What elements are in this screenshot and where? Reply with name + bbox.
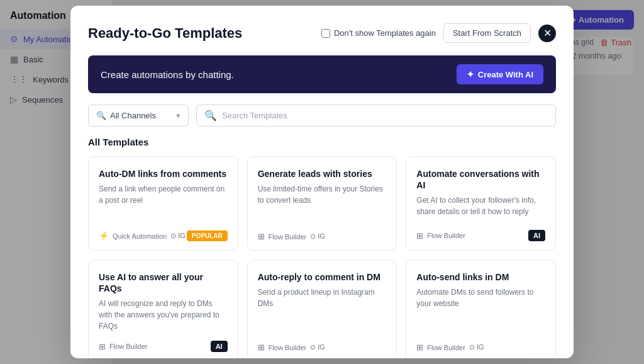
meta-type-label: Flow Builder <box>269 233 307 241</box>
template-title: Use AI to answer all your FAQs <box>99 271 228 294</box>
ai-badge: AI <box>528 230 545 241</box>
template-meta: ⊞ Flow Builder ⊙ IG <box>416 343 484 352</box>
template-title: Auto-send links in DM <box>416 271 545 283</box>
search-input[interactable] <box>222 111 548 120</box>
section-title: All Templates <box>88 137 556 147</box>
meta-type-icon: ⚡ <box>99 231 109 241</box>
channel-select[interactable]: 🔍 All Channels ▾ <box>88 105 189 127</box>
modal-header-right: Don't show Templates again Start From Sc… <box>321 23 556 43</box>
template-footer: ⊞ Flow Builder AI <box>416 230 545 241</box>
template-card[interactable]: Auto-reply to comment in DM Send a produ… <box>247 259 397 358</box>
dont-show-label[interactable]: Don't show Templates again <box>321 28 436 38</box>
meta-type-icon: ⊞ <box>416 343 423 352</box>
meta-type-label: Flow Builder <box>109 343 148 350</box>
meta-type-label: Flow Builder <box>427 344 465 351</box>
platform-icon: ⊙ IG <box>310 232 325 241</box>
filter-bar: 🔍 All Channels ▾ 🔍 <box>88 105 556 127</box>
meta-type-icon: ⊞ <box>416 231 423 241</box>
popular-badge: POPULAR <box>187 230 228 241</box>
template-grid: Auto-DM links from comments Send a link … <box>88 156 556 358</box>
create-with-ai-button[interactable]: ✦ Create With AI <box>457 64 543 84</box>
template-title: Automate conversations with AI <box>416 168 545 191</box>
template-footer: ⊞ Flow Builder AI <box>99 341 228 352</box>
template-card[interactable]: Auto-send links in DM Automate DMs to se… <box>406 259 556 358</box>
template-title: Auto-reply to comment in DM <box>258 271 387 283</box>
platform-icon: ⊙ IG <box>310 343 325 351</box>
template-meta: ⊞ Flow Builder <box>416 231 465 241</box>
template-desc: Use limited-time offers in your Stories … <box>258 183 387 223</box>
template-footer: ⚡ Quick Automation ⊙ IG POPULAR <box>99 230 228 241</box>
template-desc: Automate DMs to send followers to your w… <box>416 287 545 334</box>
template-card[interactable]: Generate leads with stories Use limited-… <box>247 156 397 251</box>
close-icon: ✕ <box>543 28 552 38</box>
template-title: Auto-DM links from comments <box>99 168 228 179</box>
template-card[interactable]: Auto-DM links from comments Send a link … <box>88 156 238 251</box>
start-from-scratch-button[interactable]: Start From Scratch <box>443 23 531 43</box>
meta-type-label: Flow Builder <box>269 344 307 351</box>
template-footer: ⊞ Flow Builder ⊙ IG <box>416 343 545 352</box>
modal-header: Ready-to-Go Templates Don't show Templat… <box>88 23 556 43</box>
template-title: Generate leads with stories <box>258 168 387 179</box>
modal: Ready-to-Go Templates Don't show Templat… <box>70 6 574 358</box>
dont-show-checkbox[interactable] <box>321 29 330 38</box>
template-footer: ⊞ Flow Builder ⊙ IG <box>258 343 387 352</box>
template-desc: AI will recognize and reply to DMs with … <box>99 298 228 332</box>
search-icon: 🔍 <box>96 111 106 120</box>
template-footer: ⊞ Flow Builder ⊙ IG <box>258 232 387 241</box>
close-button[interactable]: ✕ <box>538 25 556 42</box>
platform-icon: ⊙ IG <box>170 232 186 240</box>
meta-type-label: Quick Automation <box>113 232 167 240</box>
template-card[interactable]: Use AI to answer all your FAQs AI will r… <box>88 259 238 358</box>
ai-banner-text: Create automations by chatting. <box>101 69 234 80</box>
chevron-down-icon: ▾ <box>176 111 180 120</box>
template-desc: Get AI to collect your follower's info, … <box>416 195 545 221</box>
platform-icon: ⊙ IG <box>469 343 484 351</box>
template-meta: ⊞ Flow Builder <box>99 342 148 351</box>
meta-type-label: Flow Builder <box>427 232 465 239</box>
meta-type-icon: ⊞ <box>258 343 265 352</box>
template-card[interactable]: Automate conversations with AI Get AI to… <box>406 156 556 251</box>
modal-title: Ready-to-Go Templates <box>88 25 242 42</box>
ai-banner: Create automations by chatting. ✦ Create… <box>88 55 556 93</box>
template-desc: Send a link when people comment on a pos… <box>99 183 228 222</box>
meta-type-icon: ⊞ <box>258 232 265 241</box>
meta-type-icon: ⊞ <box>99 342 106 351</box>
template-meta: ⊞ Flow Builder ⊙ IG <box>258 232 325 241</box>
template-meta: ⚡ Quick Automation ⊙ IG <box>99 231 186 241</box>
template-desc: Send a product lineup in Instagram DMs <box>258 287 387 334</box>
template-meta: ⊞ Flow Builder ⊙ IG <box>258 343 325 352</box>
search-input-wrap: 🔍 <box>196 105 556 127</box>
modal-overlay: Ready-to-Go Templates Don't show Templat… <box>0 0 644 364</box>
search-icon: 🔍 <box>204 110 217 122</box>
ai-badge: AI <box>211 341 228 352</box>
ai-star-icon: ✦ <box>467 69 474 79</box>
